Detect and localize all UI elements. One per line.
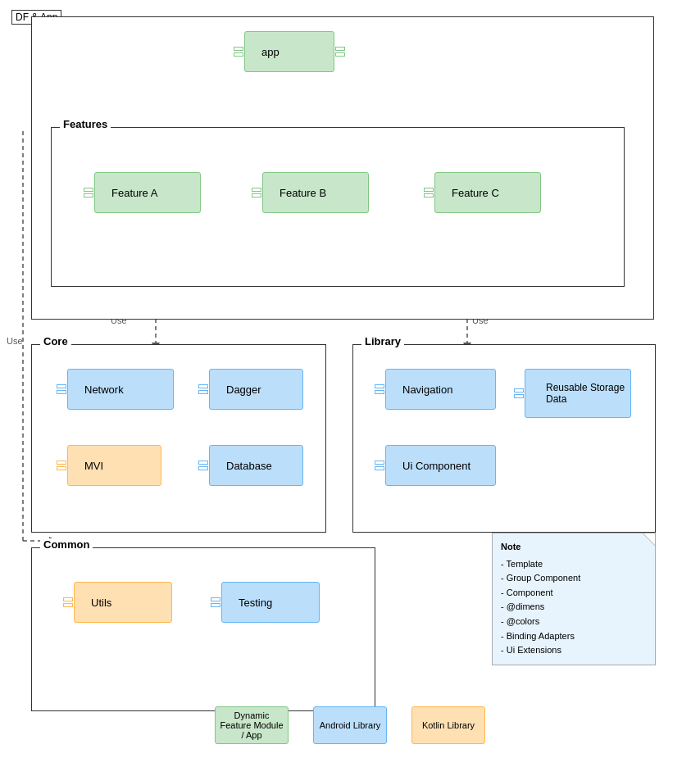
ui-component: Ui Component <box>385 445 496 486</box>
navigation-plug-left <box>375 384 384 394</box>
reusable-component: Reusable Storage Data <box>525 369 631 418</box>
legend-blue-box: Android Library <box>313 706 387 744</box>
note-box: Note - Template - Group Component - Comp… <box>492 533 656 665</box>
plug-seg <box>57 384 66 388</box>
feature-b-component: Feature B <box>262 172 369 213</box>
plug-seg <box>252 188 261 192</box>
note-item-3: - Component <box>501 586 647 601</box>
plug-seg <box>335 52 345 57</box>
plug-seg <box>234 52 243 57</box>
plug-seg <box>198 466 208 470</box>
mvi-label: MVI <box>84 460 103 472</box>
common-label: Common <box>40 538 93 551</box>
plug-seg <box>514 388 524 393</box>
navigation-component: Navigation <box>385 369 496 410</box>
plug-seg <box>335 47 345 51</box>
feature-a-label: Feature A <box>111 187 157 199</box>
feature-a-component: Feature A <box>94 172 201 213</box>
navigation-label: Navigation <box>402 384 452 396</box>
feature-c-plug-left <box>424 188 434 197</box>
reusable-plug-left <box>514 388 524 398</box>
legend-orange-box: Kotlin Library <box>411 706 485 744</box>
plug-seg <box>84 193 93 197</box>
app-plug-left <box>234 47 243 57</box>
feature-a-plug-left <box>84 188 93 197</box>
svg-text:Use: Use <box>7 336 23 346</box>
feature-c-label: Feature C <box>452 187 499 199</box>
dagger-component: Dagger <box>209 369 303 410</box>
testing-plug-left <box>211 597 220 607</box>
legend-green-box: Dynamic Feature Module / App <box>215 706 289 744</box>
utils-component: Utils <box>74 582 172 623</box>
app-label: app <box>261 46 280 58</box>
database-label: Database <box>226 460 272 472</box>
app-plug-right <box>335 47 345 57</box>
feature-b-plug-left <box>252 188 261 197</box>
plug-seg <box>211 597 220 601</box>
note-item-1: - Template <box>501 557 647 572</box>
plug-seg <box>514 394 524 398</box>
note-item-5: - @colors <box>501 615 647 629</box>
mvi-plug-left <box>57 461 66 470</box>
utils-plug-left <box>63 597 73 607</box>
note-item-2: - Group Component <box>501 571 647 586</box>
plug-seg <box>57 461 66 465</box>
utils-label: Utils <box>91 597 111 609</box>
plug-seg <box>63 603 73 607</box>
core-label: Core <box>40 335 71 347</box>
plug-seg <box>252 193 261 197</box>
plug-seg <box>375 384 384 388</box>
testing-label: Testing <box>239 597 272 609</box>
dagger-label: Dagger <box>226 384 261 396</box>
common-box: Common <box>31 547 375 711</box>
dagger-plug-left <box>198 384 208 394</box>
plug-seg <box>424 188 434 192</box>
database-component: Database <box>209 445 303 486</box>
diagram-container: Use Use Use Use DF & App app Fea <box>0 0 700 16</box>
note-item-4: - @dimens <box>501 600 647 615</box>
library-label: Library <box>361 335 404 347</box>
features-label: Features <box>60 118 111 130</box>
note-item-7: - Ui Extensions <box>501 643 647 658</box>
plug-seg <box>375 461 384 465</box>
plug-seg <box>198 461 208 465</box>
network-plug-left <box>57 384 66 394</box>
legend-item-green: Dynamic Feature Module / App <box>215 706 289 744</box>
reusable-label: Reusable Storage Data <box>542 382 630 405</box>
mvi-component: MVI <box>67 445 161 486</box>
database-plug-left <box>198 461 208 470</box>
plug-seg <box>57 390 66 394</box>
feature-c-component: Feature C <box>434 172 541 213</box>
plug-seg <box>424 193 434 197</box>
plug-seg <box>375 466 384 470</box>
legend-item-blue: Android Library <box>313 706 387 744</box>
ui-component-label: Ui Component <box>402 460 470 472</box>
legend-item-orange: Kotlin Library <box>411 706 485 744</box>
plug-seg <box>234 47 243 51</box>
plug-seg <box>198 384 208 388</box>
network-label: Network <box>84 384 124 396</box>
plug-seg <box>84 188 93 192</box>
note-title: Note <box>501 540 647 555</box>
plug-seg <box>63 597 73 601</box>
ui-plug-left <box>375 461 384 470</box>
plug-seg <box>211 603 220 607</box>
testing-component: Testing <box>221 582 320 623</box>
note-item-6: - Binding Adapters <box>501 629 647 644</box>
plug-seg <box>198 390 208 394</box>
feature-b-label: Feature B <box>280 187 326 199</box>
app-component: app <box>244 31 334 72</box>
plug-seg <box>57 466 66 470</box>
plug-seg <box>375 390 384 394</box>
network-component: Network <box>67 369 174 410</box>
